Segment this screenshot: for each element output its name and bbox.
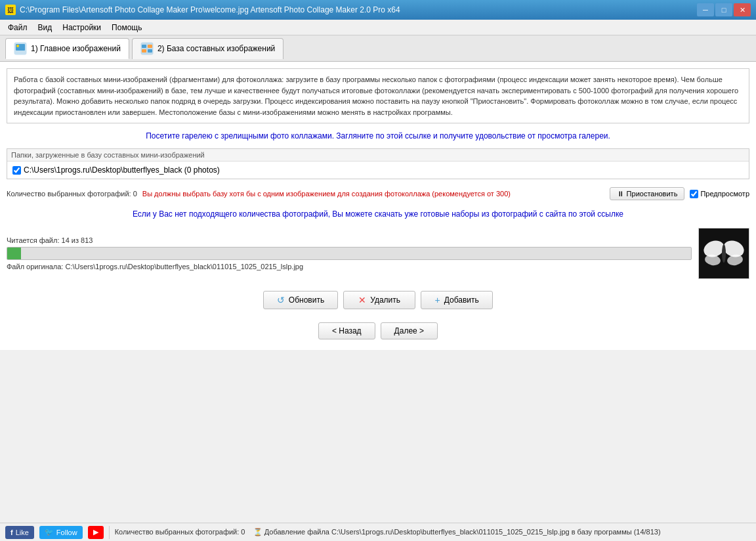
progress-section: Читается файл: 14 из 813 Файл оригинала:…: [7, 225, 749, 282]
tab-database-label: 2) База составных изображений: [158, 44, 275, 53]
status-bar: f Like 🐦 Follow ▶ Количество выбранных ф…: [0, 523, 756, 541]
preview-image: [698, 228, 749, 279]
refresh-icon: ↺: [277, 295, 285, 305]
back-button[interactable]: < Назад: [318, 322, 375, 339]
refresh-button[interactable]: ↺ Обновить: [263, 291, 338, 309]
folders-list[interactable]: C:\Users\1progs.ru\Desktop\butterflyes_b…: [7, 162, 749, 179]
tab-database[interactable]: 2) База составных изображений: [132, 38, 284, 59]
title-bar-left: 🖼 C:\Program Files\Artensoft Photo Colla…: [5, 5, 400, 15]
warning-text: Вы должны выбрать базу хотя бы с одним и…: [142, 190, 604, 198]
folders-label: Папки, загруженные в базу составных мини…: [7, 149, 749, 162]
minimize-button[interactable]: ─: [697, 3, 714, 16]
status-row: Количество выбранных фотографий: 0 Вы до…: [7, 184, 749, 203]
butterfly-preview: [701, 230, 747, 276]
facebook-button[interactable]: f Like: [5, 526, 34, 539]
tab-main-image[interactable]: 1) Главное изображений: [5, 38, 129, 59]
add-button[interactable]: + Добавить: [421, 291, 493, 309]
folder-checkbox[interactable]: [12, 166, 21, 175]
file-label: Файл оригинала: C:\Users\1progs.ru\Deskt…: [7, 263, 692, 270]
menu-bar: Файл Вид Настройки Помощь: [0, 20, 756, 35]
main-content: Работа с базой составных мини-изображени…: [0, 62, 756, 350]
maximize-button[interactable]: □: [715, 3, 732, 16]
toolbar: 1) Главное изображений 2) База составных…: [0, 35, 756, 62]
title-text: C:\Program Files\Artensoft Photo Collage…: [20, 5, 400, 14]
preview-check[interactable]: Предпросмотр: [690, 190, 749, 198]
youtube-button[interactable]: ▶: [88, 526, 104, 539]
twitter-icon: 🐦: [45, 528, 54, 536]
folders-section: Папки, загруженные в базу составных мини…: [7, 148, 749, 179]
twitter-button[interactable]: 🐦 Follow: [39, 526, 83, 539]
fb-label: Like: [16, 529, 29, 536]
app-icon: 🖼: [5, 5, 16, 15]
list-item: C:\Users\1progs.ru\Desktop\butterflyes_b…: [10, 164, 746, 176]
progress-left: Читается файл: 14 из 813 Файл оригинала:…: [7, 236, 692, 270]
close-button[interactable]: ✕: [734, 3, 751, 16]
tab-main-label: 1) Главное изображений: [31, 44, 121, 53]
status-icon: ⏳: [253, 528, 262, 536]
add-icon: +: [435, 295, 440, 305]
svg-rect-6: [142, 49, 146, 53]
statusbar-text: Количество выбранных фотографий: 0 ⏳ Доб…: [115, 528, 751, 536]
svg-rect-7: [148, 49, 152, 53]
menu-file[interactable]: Файл: [3, 22, 33, 33]
download-link[interactable]: Если у Вас нет подходящего количества фо…: [7, 208, 749, 220]
status-adding: Добавление файла C:\Users\1progs.ru\Desk…: [264, 528, 661, 536]
menu-view[interactable]: Вид: [33, 22, 58, 33]
action-buttons: ↺ Обновить ✕ Удалить + Добавить: [7, 287, 749, 313]
pause-button[interactable]: ⏸ Приостановить: [610, 187, 685, 200]
preview-label: Предпросмотр: [700, 190, 749, 198]
info-box: Работа с базой составных мини-изображени…: [7, 68, 749, 123]
progress-bar-container: [7, 247, 692, 260]
statusbar-divider: [109, 526, 110, 539]
svg-rect-5: [148, 45, 152, 48]
svg-point-13: [722, 244, 726, 263]
twitter-label: Follow: [56, 529, 77, 536]
refresh-label: Обновить: [289, 295, 324, 305]
tab-db-icon: [140, 42, 154, 55]
svg-point-2: [16, 45, 19, 47]
status-photo-count: Количество выбранных фотографий: 0: [115, 528, 245, 536]
svg-rect-3: [141, 43, 153, 54]
delete-label: Удалить: [370, 295, 400, 305]
menu-help[interactable]: Помощь: [106, 22, 147, 33]
pause-label: Приостановить: [627, 190, 678, 198]
photo-count-label: Количество выбранных фотографий: 0: [7, 190, 137, 198]
youtube-icon: ▶: [93, 528, 98, 536]
svg-rect-4: [142, 45, 146, 48]
gallery-link[interactable]: Посетите гарелею с зрелищными фото колла…: [7, 129, 749, 143]
pause-icon: ⏸: [617, 190, 624, 198]
window-controls: ─ □ ✕: [697, 3, 751, 16]
menu-settings[interactable]: Настройки: [57, 22, 106, 33]
add-label: Добавить: [444, 295, 479, 305]
delete-button[interactable]: ✕ Удалить: [343, 291, 415, 309]
delete-icon: ✕: [358, 295, 366, 305]
folder-path: C:\Users\1progs.ru\Desktop\butterflyes_b…: [24, 165, 220, 175]
title-bar: 🖼 C:\Program Files\Artensoft Photo Colla…: [0, 0, 756, 20]
preview-checkbox[interactable]: [690, 190, 698, 198]
next-button[interactable]: Далее >: [381, 322, 438, 339]
reading-label: Читается файл: 14 из 813: [7, 236, 692, 244]
tab-main-icon: [14, 42, 27, 55]
nav-buttons: < Назад Далее >: [7, 318, 749, 343]
info-text: Работа с базой составных мини-изображени…: [14, 76, 738, 116]
fb-icon: f: [10, 529, 13, 536]
progress-bar-fill: [7, 248, 21, 259]
